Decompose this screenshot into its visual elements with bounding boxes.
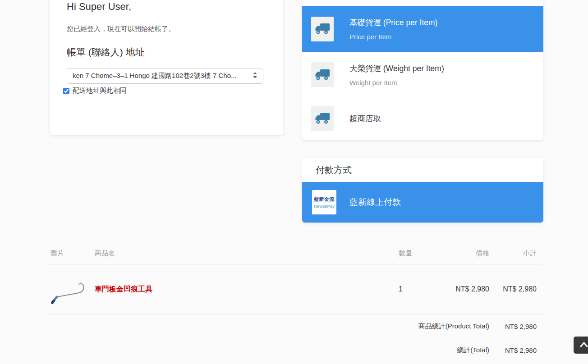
product-subtotal: NT$ 2,980 — [489, 264, 543, 314]
cart-header-image: 圖片 — [45, 242, 95, 264]
newebpay-logo-line1: 藍新金流 — [314, 196, 335, 203]
cart-header-name: 商品名 — [95, 242, 392, 264]
cart-header-subtotal: 小計 — [489, 242, 543, 264]
billing-address-heading: 帳單 (聯絡人) 地址 — [67, 46, 265, 59]
shipping-option-store-pickup[interactable]: 超商店取 — [302, 97, 543, 140]
up-down-caret-icon — [253, 72, 257, 81]
shipping-option-subtitle: Price per Item — [349, 33, 437, 41]
shipping-option-basic-freight[interactable]: 基礎貨運 (Price per Item) Price per Item — [302, 6, 543, 52]
newebpay-logo-line2: NewebPay — [314, 204, 335, 209]
login-status-text: 您已經登入，現在可以開始結帳了。 — [67, 24, 265, 33]
truck-icon — [311, 62, 334, 87]
shipping-option-weight-freight[interactable]: 大榮貨運 (Weight per Item) Weight per Item — [302, 52, 543, 97]
billing-card: Hi Super User, 您已經登入，現在可以開始結帳了。 帳單 (聯絡人)… — [50, 0, 283, 135]
grand-total-value: NT$ 2,980 — [489, 338, 543, 362]
billing-address-select[interactable]: ken 7 Chome–3–1 Hongo 建國路102巷2號3樓 7 Cho.… — [67, 68, 263, 84]
scroll-to-top-button[interactable] — [574, 337, 588, 354]
cart-header-price: 價格 — [431, 242, 489, 264]
newebpay-logo: 藍新金流 NewebPay — [312, 190, 336, 214]
shipping-option-title: 基礎貨運 (Price per Item) — [349, 17, 437, 28]
payment-option-title: 藍新線上付款 — [349, 196, 401, 208]
product-total-row: 商品總計(Product Total) NT$ 2,980 — [45, 314, 543, 338]
product-quantity: 1 — [392, 264, 431, 314]
same-shipping-checkbox[interactable] — [63, 88, 69, 94]
product-total-label: 商品總計(Product Total) — [45, 314, 489, 338]
greeting-title: Hi Super User, — [67, 1, 265, 13]
chevron-up-icon — [579, 341, 588, 349]
checkout-page: Hi Super User, 您已經登入，現在可以開始結帳了。 帳單 (聯絡人)… — [0, 0, 588, 364]
payment-heading: 付款方式 — [302, 158, 543, 182]
payment-methods-card: 付款方式 藍新金流 NewebPay 藍新線上付款 — [302, 158, 543, 223]
shipping-methods-card: 基礎貨運 (Price per Item) Price per Item 大榮貨… — [302, 0, 543, 140]
payment-option-newebpay[interactable]: 藍新金流 NewebPay 藍新線上付款 — [302, 182, 543, 223]
truck-icon — [311, 17, 334, 41]
cart-summary-table: 圖片 商品名 數量 價格 小計 — [45, 242, 543, 362]
product-price: NT$ 2,980 — [431, 264, 489, 314]
shipping-option-subtitle: Weight per Item — [349, 79, 444, 86]
cart-row: 車門板金凹痕工具 1 NT$ 2,980 NT$ 2,980 — [45, 264, 543, 314]
shipping-option-title: 超商店取 — [349, 113, 381, 124]
product-name-link[interactable]: 車門板金凹痕工具 — [95, 285, 152, 293]
same-shipping-checkbox-row[interactable]: 配送地址與此相同 — [63, 86, 265, 95]
grand-total-row: 總計(Total) NT$ 2,980 — [45, 338, 543, 362]
product-total-value: NT$ 2,980 — [489, 314, 543, 338]
grand-total-label: 總計(Total) — [45, 338, 489, 362]
cart-header-row: 圖片 商品名 數量 價格 小計 — [45, 242, 543, 264]
billing-address-selected-value: ken 7 Chome–3–1 Hongo 建國路102巷2號3樓 7 Cho.… — [73, 72, 237, 80]
cart-header-qty: 數量 — [392, 242, 431, 264]
truck-icon — [311, 106, 334, 131]
product-image-dent-repair-tool[interactable] — [47, 269, 95, 309]
shipping-option-title: 大榮貨運 (Weight per Item) — [349, 63, 444, 74]
same-shipping-label: 配送地址與此相同 — [73, 86, 127, 95]
